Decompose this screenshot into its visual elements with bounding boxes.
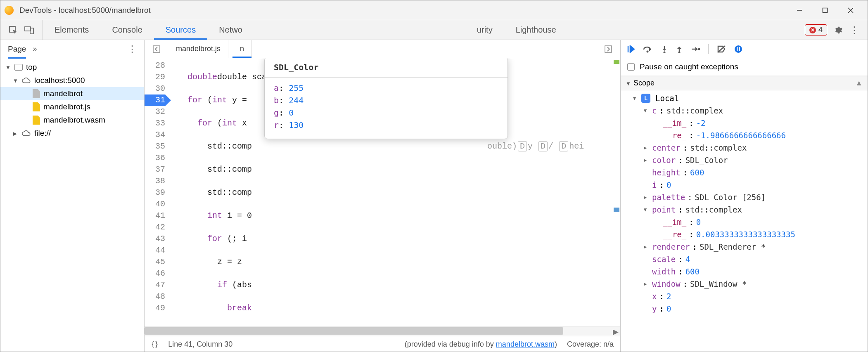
scope-variable[interactable]: width: 600 (621, 265, 868, 278)
window-maximize-button[interactable] (812, 2, 838, 19)
cloud-icon (22, 77, 31, 84)
deactivate-breakpoints-button[interactable] (717, 45, 726, 53)
step-over-button[interactable] (643, 45, 653, 53)
more-menu-icon[interactable]: ⋮ (849, 24, 859, 36)
error-count: 4 (818, 26, 823, 34)
tooltip-title: SDL_Color (265, 58, 508, 78)
editor-scroll-overview[interactable] (613, 58, 620, 326)
svg-rect-8 (605, 46, 612, 52)
pause-on-caught-checkbox-row[interactable]: Pause on caught exceptions (621, 58, 868, 76)
navigator-menu-icon[interactable]: ⋮ (128, 44, 137, 54)
step-button[interactable] (691, 46, 700, 52)
tab-security-partial[interactable]: urity (254, 20, 504, 40)
window-close-button[interactable] (838, 2, 863, 19)
tree-node-host[interactable]: ▼ localhost:5000 (0, 74, 144, 87)
scope-variable[interactable]: y: 0 (621, 302, 868, 315)
tree-label: top (26, 63, 37, 72)
scope-variable[interactable]: ▼c: std::complex (621, 104, 868, 117)
tree-file-mandelbrot[interactable]: mandelbrot (0, 87, 144, 100)
code-editor[interactable]: 2829303132333435363738394041424344454647… (145, 58, 620, 326)
scope-local[interactable]: ▼LLocal (621, 92, 868, 104)
scope-variable[interactable]: scale: 4 (621, 253, 868, 265)
scope-variable[interactable]: ▶window: SDL_Window * (621, 278, 868, 290)
tab-lighthouse[interactable]: Lighthouse (504, 20, 568, 40)
window-minimize-button[interactable] (787, 2, 812, 19)
nav-forward-icon[interactable] (600, 45, 616, 53)
pretty-print-icon[interactable]: {} (151, 340, 158, 349)
window-title: DevTools - localhost:5000/mandelbrot (19, 6, 787, 15)
expand-icon: ▼ (13, 78, 19, 84)
tree-node-top[interactable]: ▼ top (0, 61, 144, 74)
cursor-position: Line 41, Column 30 (168, 340, 232, 349)
scope-variable[interactable]: __im_: 0 (621, 216, 868, 228)
svg-rect-7 (153, 46, 160, 52)
tab-network[interactable]: Netwo (207, 20, 254, 40)
line-gutter[interactable]: 2829303132333435363738394041424344454647… (145, 58, 169, 326)
svg-point-17 (735, 45, 742, 53)
editor-tab-mandelbrot-js[interactable]: mandelbrot.js (168, 40, 228, 58)
checkbox-label: Pause on caught exceptions (640, 62, 738, 71)
scrollbar-thumb[interactable] (145, 327, 563, 335)
svg-line-16 (718, 46, 725, 52)
source-map-info: (provided via debug info by mandelbrot.w… (405, 340, 557, 349)
hover-tooltip: SDL_Color a: 255b: 244g: 0r: 130 (264, 58, 508, 139)
resume-button[interactable] (627, 45, 635, 53)
scope-variable[interactable]: i: 0 (621, 179, 868, 191)
debugger-toolbar (621, 40, 868, 58)
scope-variable[interactable]: ▶renderer: SDL_Renderer * (621, 241, 868, 253)
scope-variable[interactable]: __re_: 0.0033333333333333335 (621, 228, 868, 241)
scope-variable[interactable]: ▶center: std::complex (621, 142, 868, 154)
coverage-info: Coverage: n/a (567, 340, 614, 349)
scope-variable[interactable]: x: 2 (621, 290, 868, 302)
checkbox[interactable] (627, 63, 635, 71)
expand-icon: ▼ (5, 64, 11, 71)
file-icon (33, 102, 40, 111)
scope-variable[interactable]: ▼point: std::complex (621, 203, 868, 216)
tree-label: mandelbrot.wasm (43, 116, 105, 125)
svg-rect-5 (25, 27, 31, 31)
tree-label: mandelbrot (43, 89, 83, 98)
editor-tab-active[interactable]: n (232, 40, 252, 58)
cloud-icon (22, 130, 31, 137)
scope-variable[interactable]: ▶palette: SDL_Color [256] (621, 191, 868, 203)
debugger-panel: Pause on caught exceptions ▼ Scope ▲ ▼LL… (621, 40, 868, 352)
device-toggle-icon[interactable] (24, 26, 34, 35)
pause-on-exceptions-button[interactable] (734, 45, 742, 53)
tree-label: mandelbrot.js (43, 102, 90, 111)
tab-sources[interactable]: Sources (154, 20, 207, 40)
editor-horizontal-scrollbar[interactable]: ▶ (145, 326, 620, 336)
error-count-badge[interactable]: ✕ 4 (805, 24, 827, 35)
page-subtab[interactable]: Page (8, 45, 26, 54)
scroll-right-icon[interactable]: ▶ (613, 327, 619, 336)
editor-panel: mandelbrot.js n 282930313233343536373839… (145, 40, 621, 352)
error-icon: ✕ (809, 27, 816, 33)
inspect-element-icon[interactable] (9, 26, 18, 35)
scope-variable[interactable]: __im_: -2 (621, 117, 868, 129)
devtools-tabbar: Elements Console Sources Netwo urity Lig… (0, 20, 868, 40)
tab-console[interactable]: Console (100, 20, 154, 40)
step-into-button[interactable] (661, 45, 668, 53)
step-out-button[interactable] (676, 45, 683, 53)
svg-point-13 (678, 51, 681, 53)
scope-variable[interactable]: ▶color: SDL_Color (621, 154, 868, 166)
scope-section-header[interactable]: ▼ Scope ▲ (621, 76, 868, 90)
scope-variable[interactable]: __re_: -1.9866666666666666 (621, 129, 868, 142)
scope-scroll-up-icon[interactable]: ▲ (855, 79, 863, 87)
tab-elements[interactable]: Elements (43, 20, 100, 40)
scope-tree[interactable]: ▼LLocal▼c: std::complex__im_: -2__re_: -… (621, 90, 868, 352)
file-icon (33, 116, 40, 125)
svg-rect-18 (737, 47, 738, 51)
tree-file-mandelbrot-js[interactable]: mandelbrot.js (0, 100, 144, 113)
source-map-link[interactable]: mandelbrot.wasm (496, 340, 555, 348)
settings-icon[interactable] (834, 26, 843, 35)
file-icon (33, 89, 40, 98)
svg-point-11 (664, 51, 666, 53)
scope-variable[interactable]: height: 600 (621, 166, 868, 179)
more-tabs-icon[interactable]: » (33, 45, 37, 53)
window-icon (14, 64, 23, 71)
tree-node-file-scheme[interactable]: ▶ file:// (0, 127, 144, 140)
svg-point-9 (647, 50, 649, 52)
nav-back-icon[interactable] (149, 45, 164, 53)
tree-file-mandelbrot-wasm[interactable]: mandelbrot.wasm (0, 113, 144, 127)
svg-rect-1 (823, 8, 828, 12)
